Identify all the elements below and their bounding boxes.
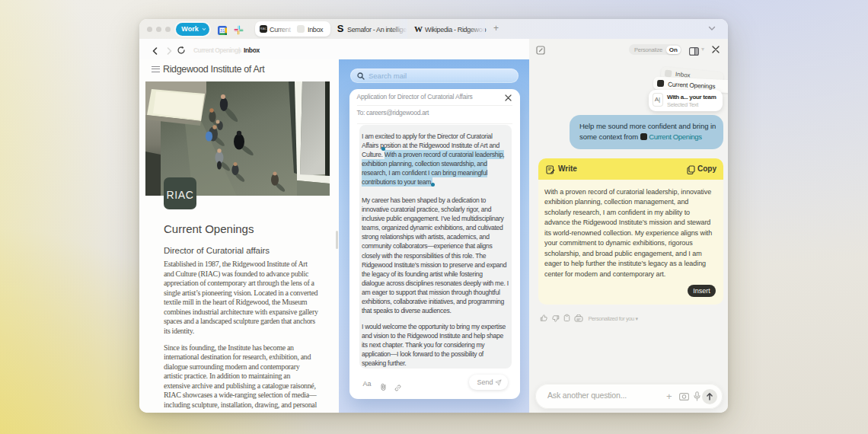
svg-text:31: 31 (220, 28, 225, 33)
